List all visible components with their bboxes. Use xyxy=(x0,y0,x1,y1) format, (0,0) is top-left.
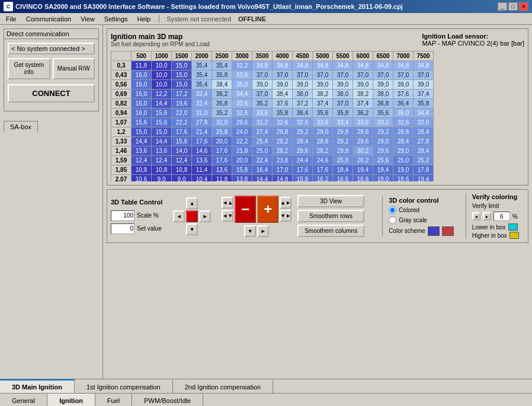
cell-11-11[interactable]: 19,4 xyxy=(353,165,373,175)
cell-9-4[interactable]: 17,6 xyxy=(212,146,232,156)
cell-8-3[interactable]: 17,6 xyxy=(192,137,212,146)
cell-9-10[interactable]: 29,8 xyxy=(333,146,353,156)
set-value-input[interactable] xyxy=(111,223,134,234)
arrow-up-button[interactable]: ▲ xyxy=(186,197,198,209)
cell-9-6[interactable]: 25,0 xyxy=(252,146,273,156)
cell-9-11[interactable]: 30,2 xyxy=(353,146,373,156)
cell-5-0[interactable]: 16,0 xyxy=(132,108,152,118)
cell-1-11[interactable]: 37,0 xyxy=(353,71,373,80)
cell-11-0[interactable]: 10,8 xyxy=(132,165,152,175)
cell-9-1[interactable]: 13,6 xyxy=(152,146,172,156)
cell-4-8[interactable]: 37,2 xyxy=(293,99,313,108)
cell-12-0[interactable]: 10,6 xyxy=(132,175,152,182)
cell-11-1[interactable]: 10,8 xyxy=(152,165,172,175)
cell-12-5[interactable]: 13,8 xyxy=(232,175,252,182)
cell-11-7[interactable]: 17,0 xyxy=(273,165,293,175)
data-table[interactable]: 5001000150020002500300035004000450050005… xyxy=(111,51,434,181)
cell-7-12[interactable]: 29,2 xyxy=(373,127,393,137)
cell-7-8[interactable]: 29,2 xyxy=(293,127,313,137)
cell-12-6[interactable]: 14,4 xyxy=(252,175,273,182)
cell-4-3[interactable]: 32,4 xyxy=(192,99,212,108)
cell-1-7[interactable]: 37,0 xyxy=(273,71,293,80)
cell-11-8[interactable]: 17,6 xyxy=(293,165,313,175)
cell-6-3[interactable]: 27,8 xyxy=(192,118,212,127)
cell-2-1[interactable]: 10,0 xyxy=(152,80,172,89)
cell-1-0[interactable]: 16,0 xyxy=(132,71,152,80)
cell-8-5[interactable]: 22,2 xyxy=(232,137,252,146)
cell-2-11[interactable]: 39,0 xyxy=(353,80,373,89)
cell-0-14[interactable]: 34,8 xyxy=(414,61,434,71)
arrow-right2-button[interactable]: ► xyxy=(257,225,269,237)
cell-9-5[interactable]: 21,8 xyxy=(232,146,252,156)
no-system-button[interactable]: < No system connected > xyxy=(8,43,95,55)
cell-3-8[interactable]: 38,0 xyxy=(293,89,313,99)
table-row[interactable]: 0,311,810,015,035,435,432,234,834,834,83… xyxy=(111,61,434,71)
cell-7-5[interactable]: 24,0 xyxy=(232,127,252,137)
cell-9-12[interactable]: 29,6 xyxy=(373,146,393,156)
cell-10-8[interactable]: 24,4 xyxy=(293,156,313,165)
smooth-cols-button[interactable]: Smoothern columns xyxy=(297,225,364,237)
cell-7-7[interactable]: 29,8 xyxy=(273,127,293,137)
cell-10-10[interactable]: 25,8 xyxy=(333,156,353,165)
cell-2-9[interactable]: 39,0 xyxy=(313,80,333,89)
table-row[interactable]: 1,4613,613,614,014,617,621,825,028,228,6… xyxy=(111,146,434,156)
cell-2-8[interactable]: 39,0 xyxy=(293,80,313,89)
cell-0-3[interactable]: 35,4 xyxy=(192,61,212,71)
grayscale-radio[interactable] xyxy=(389,216,396,224)
cell-4-6[interactable]: 35,2 xyxy=(252,99,273,108)
cell-1-4[interactable]: 35,8 xyxy=(212,71,232,80)
scale-input[interactable] xyxy=(111,210,134,221)
connect-button[interactable]: CONNECT xyxy=(8,84,95,103)
cell-12-10[interactable]: 16,6 xyxy=(333,175,353,182)
table-row[interactable]: 0,4316,010,015,035,435,833,637,037,037,0… xyxy=(111,71,434,80)
cell-10-2[interactable]: 12,4 xyxy=(172,156,192,165)
cell-8-4[interactable]: 20,0 xyxy=(212,137,232,146)
cell-1-3[interactable]: 35,4 xyxy=(192,71,212,80)
cell-5-7[interactable]: 35,8 xyxy=(273,108,293,118)
arrow-up-right-button[interactable]: ▲► xyxy=(280,197,291,209)
cell-8-14[interactable]: 27,8 xyxy=(414,137,434,146)
cell-5-10[interactable]: 35,8 xyxy=(333,108,353,118)
plus-button[interactable]: + xyxy=(257,196,278,223)
cell-11-9[interactable]: 17,6 xyxy=(313,165,333,175)
cell-3-2[interactable]: 17,2 xyxy=(172,89,192,99)
cell-6-13[interactable]: 32,6 xyxy=(393,118,414,127)
close-button[interactable]: ✕ xyxy=(519,2,528,11)
cell-8-12[interactable]: 29,0 xyxy=(373,137,393,146)
cell-4-9[interactable]: 37,4 xyxy=(313,99,333,108)
menu-file[interactable]: File xyxy=(2,14,20,24)
cell-10-13[interactable]: 25,0 xyxy=(393,156,414,165)
cell-0-6[interactable]: 34,8 xyxy=(252,61,273,71)
cell-12-12[interactable]: 18,0 xyxy=(373,175,393,182)
cell-9-7[interactable]: 28,2 xyxy=(273,146,293,156)
cell-2-6[interactable]: 39,0 xyxy=(252,80,273,89)
cell-8-6[interactable]: 25,4 xyxy=(252,137,273,146)
cell-9-0[interactable]: 13,6 xyxy=(132,146,152,156)
cell-0-2[interactable]: 15,0 xyxy=(172,61,192,71)
table-row[interactable]: 2,0710,69,09,010,411,813,814,414,815,816… xyxy=(111,175,434,182)
cell-9-13[interactable]: 29,0 xyxy=(393,146,414,156)
cell-12-13[interactable]: 18,6 xyxy=(393,175,414,182)
cell-6-9[interactable]: 33,6 xyxy=(313,118,333,127)
cell-10-14[interactable]: 25,2 xyxy=(414,156,434,165)
cell-5-4[interactable]: 35,2 xyxy=(212,108,232,118)
cell-2-5[interactable]: 35,0 xyxy=(232,80,252,89)
sa-box-tab[interactable]: SA-box xyxy=(4,121,38,132)
cell-1-2[interactable]: 15,0 xyxy=(172,71,192,80)
verify-value-input[interactable] xyxy=(493,212,510,221)
cell-5-9[interactable]: 35,6 xyxy=(313,108,333,118)
cell-0-11[interactable]: 34,8 xyxy=(353,61,373,71)
cell-1-10[interactable]: 37,0 xyxy=(333,71,353,80)
cell-3-7[interactable]: 38,4 xyxy=(273,89,293,99)
cell-1-6[interactable]: 37,0 xyxy=(252,71,273,80)
cell-4-10[interactable]: 37,0 xyxy=(333,99,353,108)
cell-0-12[interactable]: 34,8 xyxy=(373,61,393,71)
cell-8-11[interactable]: 29,6 xyxy=(353,137,373,146)
cell-8-9[interactable]: 28,8 xyxy=(313,137,333,146)
cell-12-2[interactable]: 9,0 xyxy=(172,175,192,182)
cell-6-10[interactable]: 33,4 xyxy=(333,118,353,127)
cell-10-7[interactable]: 23,8 xyxy=(273,156,293,165)
cell-5-8[interactable]: 36,4 xyxy=(293,108,313,118)
cell-10-5[interactable]: 20,0 xyxy=(232,156,252,165)
cell-10-1[interactable]: 12,4 xyxy=(152,156,172,165)
